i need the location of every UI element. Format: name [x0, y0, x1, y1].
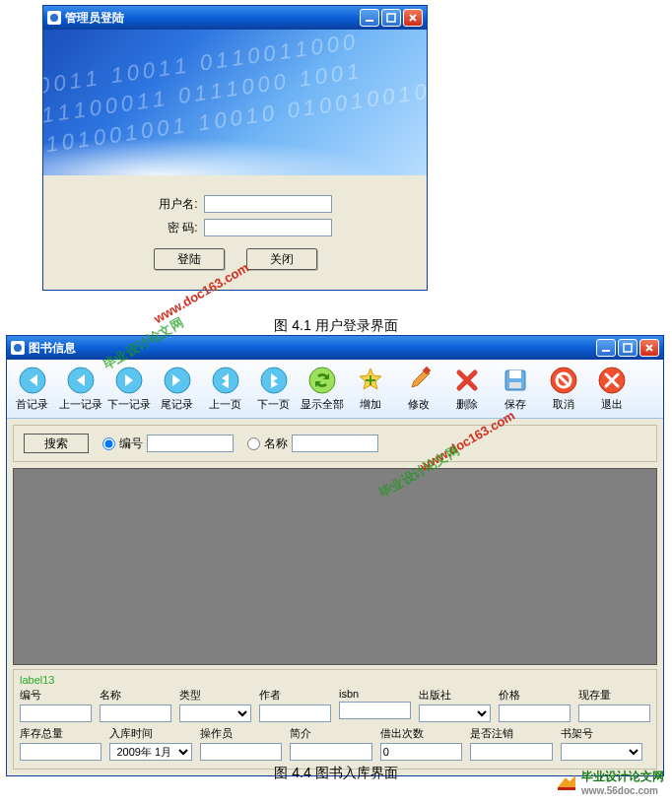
close-button[interactable] — [639, 339, 659, 357]
svg-point-3 — [14, 344, 22, 352]
field-input-书架号[interactable] — [561, 743, 642, 761]
field-书架号: 书架号 — [561, 726, 642, 761]
prev-icon — [66, 366, 96, 395]
field-库存总量: 库存总量 — [20, 726, 101, 761]
maximize-button[interactable] — [381, 9, 401, 27]
field-借出次数: 借出次数 — [380, 726, 462, 761]
toolbar-refresh-button[interactable]: 显示全部 — [299, 364, 345, 414]
field-入库时间: 入库时间2009年 1月 2日 — [109, 726, 191, 761]
search-id-input[interactable] — [147, 435, 234, 452]
field-label: 借出次数 — [380, 726, 462, 741]
field-input-作者[interactable] — [259, 704, 331, 722]
titlebar: 管理员登陆 — [43, 6, 427, 30]
search-by-id-label: 编号 — [119, 436, 143, 452]
field-input-类型[interactable] — [179, 704, 251, 722]
password-input[interactable] — [204, 219, 332, 236]
field-input-库存总量[interactable] — [20, 743, 101, 761]
field-input-名称[interactable] — [100, 704, 171, 722]
field-label: 编号 — [20, 688, 92, 703]
toolbar-edit-button[interactable]: 修改 — [395, 364, 441, 414]
toolbar-label: 退出 — [601, 397, 623, 412]
field-input-isbn[interactable] — [339, 702, 411, 719]
minimize-button[interactable] — [596, 339, 616, 357]
svg-rect-5 — [624, 344, 632, 352]
pagedown-icon — [259, 366, 289, 395]
username-label: 用户名: — [139, 196, 198, 213]
close-button[interactable] — [403, 9, 423, 27]
fields-panel: label13 编号名称类型作者isbn出版社价格现存量 库存总量入库时间200… — [13, 669, 657, 770]
data-grid[interactable] — [13, 468, 657, 665]
close-form-button[interactable]: 关闭 — [246, 248, 317, 270]
toolbar-label: 下一记录 — [107, 397, 151, 412]
toolbar-label: 上一页 — [209, 397, 241, 412]
field-label: 书架号 — [561, 726, 642, 741]
cancel-icon — [549, 366, 578, 395]
toolbar-label: 删除 — [456, 397, 478, 412]
toolbar-first-button[interactable]: 首记录 — [9, 364, 55, 414]
toolbar-exit-button[interactable]: 退出 — [588, 364, 635, 414]
field-label: 简介 — [290, 726, 371, 741]
minimize-button[interactable] — [360, 9, 379, 27]
last-icon — [163, 366, 192, 395]
field-现存量: 现存量 — [578, 688, 650, 722]
field-input-简介[interactable] — [290, 743, 371, 761]
search-by-name-radio[interactable] — [247, 437, 260, 450]
banner-image — [43, 30, 427, 175]
toolbar-next-button[interactable]: 下一记录 — [105, 364, 152, 414]
titlebar: 图书信息 — [7, 336, 663, 360]
field-label: 作者 — [259, 688, 331, 703]
app-icon — [11, 341, 25, 355]
field-label: 出版社 — [419, 688, 491, 703]
toolbar-pagedown-button[interactable]: 下一页 — [250, 364, 297, 414]
field-input-编号[interactable] — [20, 704, 92, 722]
svg-rect-15 — [509, 370, 521, 378]
panel-label: label13 — [20, 674, 650, 686]
toolbar-pageup-button[interactable]: 上一页 — [202, 364, 248, 414]
search-button[interactable]: 搜索 — [24, 434, 89, 453]
field-input-价格[interactable] — [499, 704, 571, 722]
field-input-是否注销[interactable] — [470, 743, 552, 761]
login-button[interactable]: 登陆 — [154, 248, 225, 270]
search-name-input[interactable] — [292, 435, 378, 452]
field-操作员: 操作员 — [200, 726, 282, 761]
toolbar-label: 上一记录 — [59, 397, 102, 412]
toolbar-save-button[interactable]: 保存 — [492, 364, 538, 414]
username-input[interactable] — [204, 195, 332, 213]
svg-point-0 — [50, 14, 58, 22]
field-label: 价格 — [499, 688, 571, 703]
field-label: 名称 — [100, 688, 171, 703]
toolbar: 首记录上一记录下一记录尾记录上一页下一页显示全部增加修改删除保存取消退出 — [7, 360, 663, 419]
toolbar-cancel-button[interactable]: 取消 — [540, 364, 586, 414]
toolbar-add-button[interactable]: 增加 — [347, 364, 393, 414]
search-by-id-radio[interactable] — [102, 437, 115, 450]
edit-icon — [404, 366, 434, 395]
field-input-借出次数[interactable] — [380, 743, 462, 761]
book-icon — [556, 773, 577, 791]
field-价格: 价格 — [499, 688, 571, 722]
field-编号: 编号 — [20, 688, 92, 722]
login-window: 管理员登陆 用户名: 密 码: 登陆 关闭 — [42, 5, 428, 291]
field-input-现存量[interactable] — [578, 704, 650, 722]
field-类型: 类型 — [179, 688, 251, 722]
maximize-button[interactable] — [618, 339, 638, 357]
toolbar-prev-button[interactable]: 上一记录 — [57, 364, 103, 414]
search-bar: 搜索 编号 名称 — [13, 425, 657, 462]
field-作者: 作者 — [259, 688, 331, 722]
svg-rect-16 — [509, 382, 521, 388]
toolbar-label: 下一页 — [257, 397, 290, 412]
toolbar-label: 首记录 — [16, 397, 48, 412]
field-input-入库时间[interactable]: 2009年 1月 2日 — [109, 743, 191, 761]
field-label: 库存总量 — [20, 726, 101, 741]
toolbar-label: 修改 — [408, 397, 430, 412]
field-label: 入库时间 — [109, 726, 191, 741]
toolbar-label: 增加 — [360, 397, 381, 412]
toolbar-last-button[interactable]: 尾记录 — [154, 364, 200, 414]
toolbar-delete-button[interactable]: 删除 — [443, 364, 490, 414]
window-title: 图书信息 — [29, 340, 596, 357]
next-icon — [114, 366, 144, 395]
first-icon — [18, 366, 47, 395]
svg-point-12 — [309, 368, 335, 393]
login-form: 用户名: 密 码: 登陆 关闭 — [43, 175, 427, 290]
field-input-出版社[interactable] — [419, 704, 491, 722]
field-input-操作员[interactable] — [200, 743, 282, 761]
